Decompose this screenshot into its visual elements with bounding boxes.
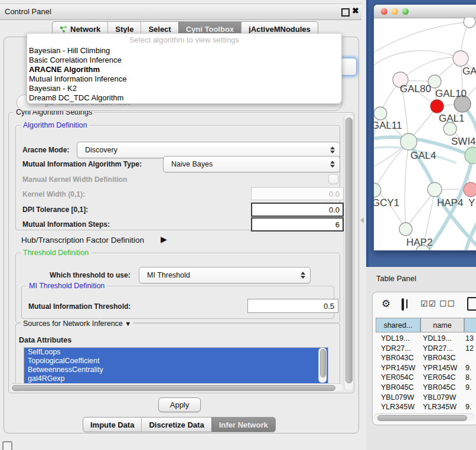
network-node-label: GAL80: [400, 83, 431, 94]
gear-icon[interactable]: ⚙: [382, 298, 390, 310]
table-cell: YBL079W: [381, 393, 414, 402]
table-row[interactable]: YBR045CYBR045C9.: [372, 383, 476, 393]
network-node[interactable]: [464, 18, 475, 28]
report-icon[interactable]: [467, 297, 476, 311]
network-node-label: GAL4: [410, 150, 436, 161]
spinner-arrows-icon: [330, 161, 335, 168]
kernel-width-value: 0.0: [329, 190, 340, 198]
settings-vertical-scrollbar[interactable]: [344, 115, 353, 390]
split-pane-handle-icon[interactable]: [360, 217, 364, 223]
table-row[interactable]: YBL079WYBL079W: [372, 393, 476, 403]
network-window-titlebar[interactable]: [374, 5, 476, 18]
network-canvas[interactable]: GALGAL80GAL10GAL1SWI4GAL11GAL4HAP4YGCY1H…: [374, 18, 476, 250]
column-header-partial[interactable]: [464, 318, 476, 332]
settings-horizontal-scrollbar-thumb[interactable]: [12, 385, 335, 391]
dpi-tolerance-field[interactable]: 0.0: [251, 203, 344, 217]
minimized-panel-icon[interactable]: [2, 441, 12, 450]
which-threshold-combobox[interactable]: MI Threshold: [139, 267, 311, 283]
manual-kernel-checkbox[interactable]: [328, 174, 338, 184]
table-row[interactable]: YER054CYER054C8.: [372, 373, 476, 383]
algorithm-option[interactable]: Bayesian - K2: [27, 84, 341, 93]
tab-label: jActiveMNodules: [249, 25, 311, 34]
attribute-list-item[interactable]: BetweennessCentrality: [24, 366, 328, 374]
table-cell: YER054C: [423, 373, 456, 381]
mi-threshold-field[interactable]: 0.5: [247, 299, 338, 313]
aracne-mode-value: Discovery: [77, 146, 118, 154]
column-header-name-label: name: [433, 321, 451, 330]
algorithm-option[interactable]: Mutual Information Inference: [27, 74, 341, 84]
table-horizontal-scrollbar[interactable]: [374, 413, 475, 421]
network-node[interactable]: [465, 147, 476, 164]
algorithm-option[interactable]: ARACNE Algorithm: [27, 65, 341, 74]
apply-button-label: Apply: [170, 400, 190, 409]
table-horizontal-scrollbar-thumb[interactable]: [377, 415, 467, 421]
network-node-hap4[interactable]: [428, 182, 442, 197]
network-node-y[interactable]: [464, 182, 476, 197]
kernel-width-field[interactable]: 0.0: [251, 187, 344, 200]
settings-horizontal-scrollbar[interactable]: [10, 383, 343, 391]
mi-steps-field[interactable]: 6: [251, 217, 344, 231]
mi-type-value: Naive Bayes: [164, 160, 213, 168]
algorithm-option[interactable]: Bayesian - Hill Climbing: [27, 46, 341, 56]
sources-title-text: Sources for Network Inference: [23, 319, 123, 328]
screen: Control Panel ✖ NetworkStyleSelectCyni T…: [0, 0, 476, 450]
column-header-name[interactable]: name: [420, 318, 464, 332]
table-cell: YDR27...: [381, 344, 411, 353]
network-node-label: Y: [468, 197, 475, 208]
attribute-list-item[interactable]: gal4RGexp: [24, 374, 328, 383]
table-cell: YER054C: [381, 373, 414, 381]
select-all-icon[interactable]: ☑☑: [420, 299, 436, 308]
mi-threshold-label: Mutual Information Threshold:: [28, 302, 131, 311]
network-node-gcy1[interactable]: [374, 183, 381, 197]
mi-type-combobox[interactable]: Naive Bayes: [163, 156, 340, 172]
algorithm-option[interactable]: Dream8 DC_TDC Algorithm: [27, 93, 341, 103]
tab-label: Discretize Data: [149, 420, 204, 429]
sources-collapse-icon[interactable]: ▼: [125, 320, 131, 327]
table-row[interactable]: YDR27...YDR27...12: [372, 344, 476, 354]
table-row[interactable]: YDL19...YDL19...13: [372, 334, 476, 344]
network-node-gal1[interactable]: [431, 100, 444, 113]
bottom-tab-discretize-data[interactable]: Discretize Data: [141, 418, 211, 432]
algorithm-option[interactable]: Basic Correlation Inference: [27, 56, 341, 65]
settings-vertical-scrollbar-thumb[interactable]: [345, 118, 353, 383]
dpi-tolerance-value: 0.0: [329, 206, 340, 214]
network-edge: [405, 143, 409, 229]
data-attributes-list[interactable]: SelfLoopsTopologicalCoefficientBetweenne…: [24, 347, 328, 384]
minimize-traffic-light-icon[interactable]: [392, 8, 398, 15]
network-node-hap2[interactable]: [399, 223, 412, 236]
zoom-traffic-light-icon[interactable]: [402, 8, 409, 15]
threshold-definition-title: Threshold Definition: [21, 249, 91, 257]
which-threshold-value: MI Threshold: [139, 271, 190, 279]
table-row[interactable]: YBR043CYBR043C: [372, 354, 476, 364]
dpi-tolerance-label: DPI Tolerance [0,1]:: [22, 206, 88, 214]
network-node-gal11[interactable]: [374, 107, 387, 120]
column-header-shared[interactable]: shared...: [376, 318, 420, 332]
hub-expand-icon[interactable]: ▶: [161, 234, 167, 244]
table-cell: 9.: [465, 403, 471, 411]
table-cell: YBR043C: [423, 354, 456, 362]
close-icon[interactable]: ✖: [352, 6, 359, 15]
deselect-all-icon[interactable]: ☐☐: [439, 299, 455, 308]
apply-button[interactable]: Apply: [158, 397, 201, 412]
attribute-list-item[interactable]: SelfLoops: [24, 348, 328, 357]
network-node-swi4[interactable]: [444, 122, 457, 135]
split-columns-icon[interactable]: [402, 298, 404, 311]
attributes-list-scrollbar[interactable]: [318, 348, 327, 383]
attributes-list-scrollbar-thumb[interactable]: [320, 349, 326, 377]
table-row[interactable]: YPR145WYPR145W9.: [372, 364, 476, 374]
table-cell: 12: [465, 344, 474, 353]
network-edge: [374, 51, 461, 68]
inference-algorithm-combobox-fragment[interactable]: [340, 58, 357, 76]
network-node-label: GAL: [462, 66, 476, 77]
table-cell: 8.: [465, 373, 471, 381]
bottom-tab-infer-network[interactable]: Infer Network: [211, 418, 275, 432]
network-node-gal4[interactable]: [400, 133, 417, 150]
attribute-list-item[interactable]: TopologicalCoefficient: [24, 357, 328, 366]
table-row[interactable]: YLR345WYLR345W9.: [372, 403, 476, 413]
float-window-icon[interactable]: [341, 8, 350, 17]
close-traffic-light-icon[interactable]: [381, 8, 387, 15]
network-node-gal[interactable]: [453, 51, 468, 66]
bottom-tabstrip: Impute DataDiscretize DataInfer Network: [83, 417, 276, 432]
tab-label: Cyni Toolbox: [186, 25, 234, 34]
bottom-tab-impute-data[interactable]: Impute Data: [83, 418, 141, 432]
